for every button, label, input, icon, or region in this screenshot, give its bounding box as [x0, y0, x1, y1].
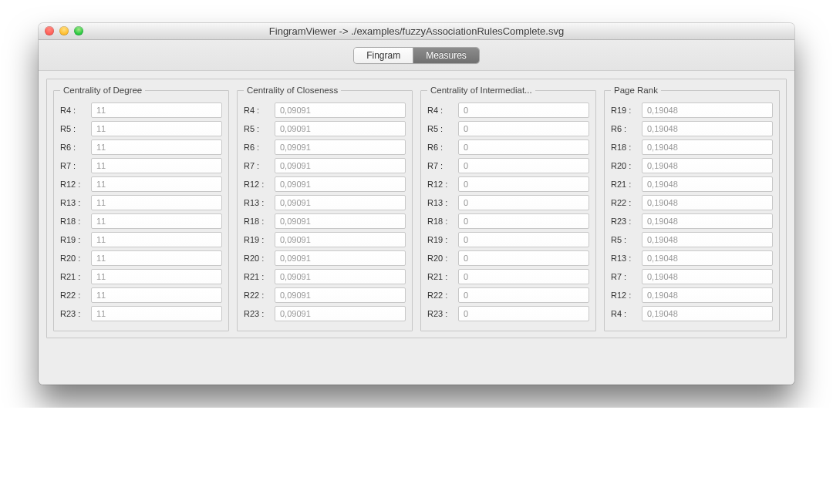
- row-value[interactable]: [642, 213, 773, 229]
- row-label: R12 :: [244, 180, 270, 189]
- row-value[interactable]: [458, 213, 589, 229]
- row-value[interactable]: [91, 250, 222, 266]
- measure-group: Centrality of DegreeR4 :R5 :R6 :R7 :R12 …: [53, 86, 229, 331]
- row-value[interactable]: [642, 102, 773, 118]
- minimize-icon[interactable]: [59, 26, 69, 35]
- measure-group: Centrality of Intermediat...R4 :R5 :R6 :…: [420, 86, 596, 331]
- row-value[interactable]: [458, 287, 589, 303]
- group-title: Page Rank: [611, 86, 661, 95]
- row-value[interactable]: [642, 121, 773, 136]
- measure-row: R23 :: [60, 306, 222, 321]
- row-label: R5 :: [60, 124, 86, 133]
- measure-row: R5 :: [611, 232, 773, 247]
- row-label: R5 :: [244, 124, 270, 133]
- row-label: R19 :: [60, 235, 86, 244]
- measure-row: R22 :: [60, 287, 222, 303]
- measure-row: R6 :: [244, 139, 406, 155]
- measure-row: R18 :: [427, 213, 589, 229]
- row-value[interactable]: [642, 306, 773, 321]
- row-value[interactable]: [642, 195, 773, 210]
- row-value[interactable]: [642, 250, 773, 266]
- row-value[interactable]: [458, 306, 589, 321]
- row-value[interactable]: [275, 232, 406, 247]
- measure-row: R12 :: [611, 287, 773, 303]
- row-value[interactable]: [458, 269, 589, 284]
- measure-row: R7 :: [60, 158, 222, 173]
- row-value[interactable]: [91, 306, 222, 321]
- row-value[interactable]: [91, 139, 222, 155]
- measure-row: R18 :: [611, 139, 773, 155]
- row-label: R13 :: [611, 254, 637, 263]
- row-label: R23 :: [60, 309, 86, 318]
- measure-row: R22 :: [611, 195, 773, 210]
- row-value[interactable]: [642, 176, 773, 192]
- row-value[interactable]: [91, 102, 222, 118]
- row-label: R5 :: [427, 124, 454, 133]
- row-value[interactable]: [642, 158, 773, 173]
- row-value[interactable]: [275, 139, 406, 155]
- measure-row: R23 :: [244, 306, 406, 321]
- row-label: R7 :: [427, 161, 454, 170]
- row-value[interactable]: [275, 176, 406, 192]
- row-label: R4 :: [244, 106, 270, 115]
- window-title: FingramViewer -> ./examples/fuzzyAssocia…: [269, 25, 564, 37]
- zoom-icon[interactable]: [74, 26, 83, 35]
- measure-row: R4 :: [611, 306, 773, 321]
- tab-fingram[interactable]: Fingram: [354, 48, 413, 63]
- row-value[interactable]: [275, 121, 406, 136]
- measure-row: R23 :: [611, 213, 773, 229]
- row-value[interactable]: [458, 121, 589, 136]
- measure-row: R18 :: [244, 213, 406, 229]
- row-value[interactable]: [458, 139, 589, 155]
- measure-row: R18 :: [60, 213, 222, 229]
- measure-row: R21 :: [244, 269, 406, 284]
- measure-row: R5 :: [427, 121, 589, 136]
- row-value[interactable]: [91, 232, 222, 247]
- tab-measures[interactable]: Measures: [413, 48, 479, 63]
- app-window: FingramViewer -> ./examples/fuzzyAssocia…: [39, 23, 794, 385]
- row-value[interactable]: [458, 232, 589, 247]
- row-value[interactable]: [458, 250, 589, 266]
- close-icon[interactable]: [45, 26, 54, 35]
- measure-row: R20 :: [427, 250, 589, 266]
- measure-row: R12 :: [244, 176, 406, 192]
- row-value[interactable]: [642, 232, 773, 247]
- measure-group: Page RankR19 :R6 :R18 :R20 :R21 :R22 :R2…: [604, 86, 780, 331]
- row-value[interactable]: [275, 250, 406, 266]
- row-value[interactable]: [458, 158, 589, 173]
- row-value[interactable]: [91, 121, 222, 136]
- row-value[interactable]: [91, 158, 222, 173]
- row-label: R12 :: [427, 180, 454, 189]
- measure-row: R20 :: [244, 250, 406, 266]
- measure-row: R6 :: [611, 121, 773, 136]
- row-value[interactable]: [458, 176, 589, 192]
- row-value[interactable]: [642, 287, 773, 303]
- row-label: R18 :: [611, 143, 637, 152]
- row-value[interactable]: [275, 195, 406, 210]
- row-label: R7 :: [60, 161, 86, 170]
- row-value[interactable]: [91, 195, 222, 210]
- row-value[interactable]: [275, 287, 406, 303]
- row-value[interactable]: [275, 306, 406, 321]
- row-value[interactable]: [275, 269, 406, 284]
- row-value[interactable]: [458, 102, 589, 118]
- row-label: R23 :: [244, 309, 270, 318]
- row-value[interactable]: [642, 269, 773, 284]
- titlebar[interactable]: FingramViewer -> ./examples/fuzzyAssocia…: [39, 23, 794, 40]
- row-label: R6 :: [611, 124, 637, 133]
- row-value[interactable]: [642, 139, 773, 155]
- measure-row: R19 :: [427, 232, 589, 247]
- row-value[interactable]: [91, 287, 222, 303]
- row-label: R22 :: [60, 291, 86, 300]
- group-title: Centrality of Intermediat...: [427, 86, 535, 95]
- row-value[interactable]: [275, 158, 406, 173]
- toolbar: Fingram Measures: [39, 40, 794, 71]
- row-value[interactable]: [91, 176, 222, 192]
- measure-row: R7 :: [611, 269, 773, 284]
- row-value[interactable]: [275, 102, 406, 118]
- row-value[interactable]: [91, 269, 222, 284]
- row-value[interactable]: [91, 213, 222, 229]
- row-value[interactable]: [458, 195, 589, 210]
- measure-row: R4 :: [427, 102, 589, 118]
- row-value[interactable]: [275, 213, 406, 229]
